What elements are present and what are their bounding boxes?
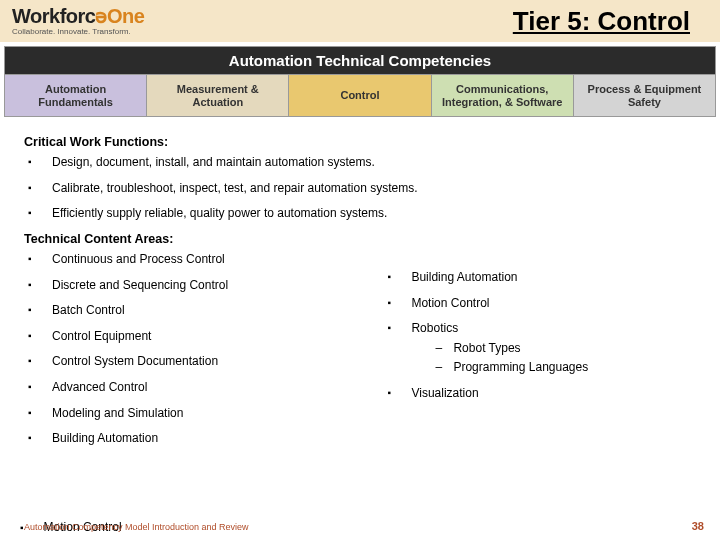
tca-item: Discrete and Sequencing Control	[24, 278, 373, 294]
cwf-item: Calibrate, troubleshoot, inspect, test, …	[24, 181, 696, 197]
tab-communications: Communications, Integration, & Software	[432, 75, 574, 116]
cwf-list: Design, document, install, and maintain …	[24, 155, 696, 222]
cwf-item: Efficiently supply reliable, quality pow…	[24, 206, 696, 222]
competency-banner: Automation Technical Competencies Automa…	[4, 46, 716, 117]
footer: Automation Competency Model Introduction…	[24, 520, 704, 532]
logo-word-a: Workforc	[12, 5, 95, 27]
tca-item: Control Equipment	[24, 329, 373, 345]
tab-process-safety: Process & Equipment Safety	[574, 75, 715, 116]
header-band: WorkforcəOne Collaborate. Innovate. Tran…	[0, 0, 720, 42]
page-title: Tier 5: Control	[513, 6, 690, 37]
brand-logo: WorkforcəOne Collaborate. Innovate. Tran…	[12, 6, 144, 36]
tca-right-col: Building Automation Motion Control Robot…	[383, 252, 696, 457]
tca-left-list: Continuous and Process Control Discrete …	[24, 252, 373, 447]
tca-item: Visualization	[383, 386, 696, 402]
tca-item: Modeling and Simulation	[24, 406, 373, 422]
tca-item-label: Robotics	[411, 321, 458, 335]
logo-e-icon: ə	[95, 5, 107, 27]
tca-item: Continuous and Process Control	[24, 252, 373, 268]
tca-item: Building Automation	[24, 431, 373, 447]
logo-tagline: Collaborate. Innovate. Transform.	[12, 28, 144, 36]
tca-heading: Technical Content Areas:	[24, 232, 696, 246]
competency-tabs: Automation Fundamentals Measurement & Ac…	[4, 75, 716, 117]
tab-measurement-actuation: Measurement & Actuation	[147, 75, 289, 116]
tca-item: Advanced Control	[24, 380, 373, 396]
tab-automation-fundamentals: Automation Fundamentals	[5, 75, 147, 116]
cwf-heading: Critical Work Functions:	[24, 135, 696, 149]
tca-item: Motion Control	[383, 296, 696, 312]
tca-columns: Continuous and Process Control Discrete …	[24, 252, 696, 457]
logo-wordmark: WorkforcəOne	[12, 6, 144, 26]
tca-left-col: Continuous and Process Control Discrete …	[24, 252, 373, 457]
footer-text: Automation Competency Model Introduction…	[24, 522, 249, 532]
slide-body: Critical Work Functions: Design, documen…	[0, 119, 720, 457]
tca-item: Robotics Robot Types Programming Languag…	[383, 321, 696, 376]
tab-control: Control	[289, 75, 431, 116]
tca-item: Building Automation	[383, 270, 696, 286]
tca-item: Control System Documentation	[24, 354, 373, 370]
tca-subitem: Programming Languages	[435, 360, 696, 376]
tca-sublist: Robot Types Programming Languages	[411, 341, 696, 376]
page-number: 38	[692, 520, 704, 532]
tca-item: Batch Control	[24, 303, 373, 319]
banner-title: Automation Technical Competencies	[4, 46, 716, 75]
logo-word-b: One	[107, 5, 144, 27]
tca-subitem: Robot Types	[435, 341, 696, 357]
cwf-item: Design, document, install, and maintain …	[24, 155, 696, 171]
tca-right-list: Building Automation Motion Control Robot…	[383, 270, 696, 402]
